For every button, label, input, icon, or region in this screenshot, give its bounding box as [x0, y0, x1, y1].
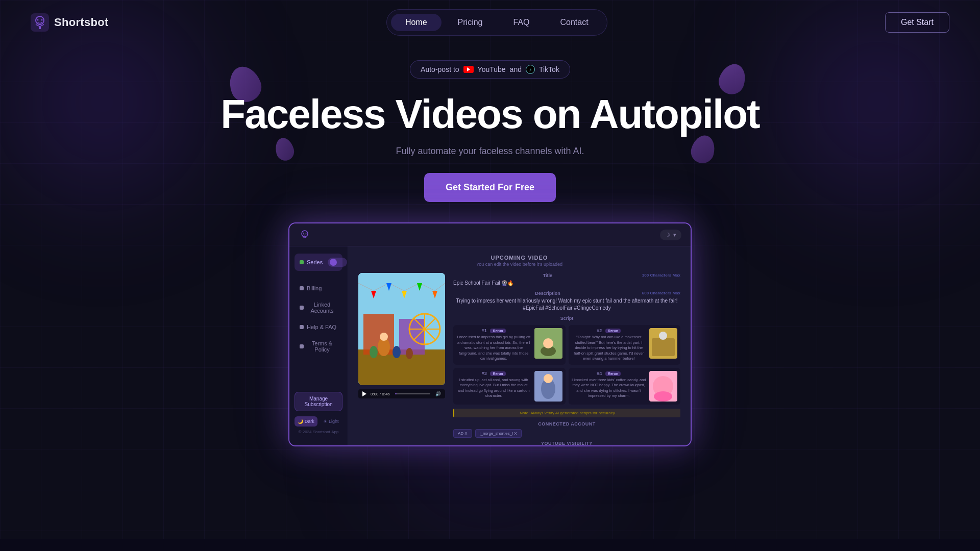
sidebar-footer: Manage Subscription 🌙 Dark ☀ Light © 202…: [295, 388, 342, 438]
app-content: Series Billing Linked Accounts: [289, 246, 691, 445]
svg-point-24: [370, 346, 378, 358]
rerun-tag-3[interactable]: Rerun: [490, 371, 505, 376]
svg-rect-31: [652, 338, 675, 356]
nav-faq[interactable]: FAQ: [499, 14, 544, 31]
badge-tk-label: TikTok: [539, 65, 559, 73]
title-field: Title 100 Characters Max Epic School Fai…: [453, 273, 680, 287]
nav-pricing[interactable]: Pricing: [444, 14, 497, 31]
toggle-on: [330, 259, 337, 266]
badge-yt-label: YouTube: [478, 65, 506, 73]
script-num-1: #1 Rerun: [456, 328, 531, 333]
account-tag-1[interactable]: AD X: [453, 429, 472, 438]
script-field: Script #1 Rerun I once tried to impress …: [453, 316, 680, 405]
series-label: Series: [307, 259, 323, 265]
account-tag-1-label: AD X: [458, 431, 468, 436]
carnival-scene: [358, 273, 445, 385]
script-card-3: #3 Rerun I strutted up, act all cool, an…: [453, 368, 566, 405]
svg-point-5: [302, 231, 308, 237]
cta-button[interactable]: Get Started For Free: [424, 173, 556, 202]
title-max: 100 Characters Max: [642, 273, 680, 278]
header: Shortsbot Home Pricing FAQ Contact Get S…: [0, 0, 980, 45]
desc-value: Trying to impress her went hilariously w…: [453, 297, 680, 312]
copyright: © 2024 Shortsbot.App: [295, 430, 342, 434]
title-label: Title 100 Characters Max: [453, 273, 680, 278]
script-num-2: #2 Rerun: [572, 328, 647, 333]
svg-point-25: [393, 346, 401, 358]
dark-label: Dark: [305, 419, 314, 424]
note-bar: Note: Always verify AI generated scripts…: [453, 409, 680, 417]
main-nav: Home Pricing FAQ Contact: [386, 9, 607, 36]
logo-text: Shortsbot: [54, 16, 109, 29]
svg-rect-4: [39, 27, 41, 29]
account-tag-2[interactable]: l_norge_shorties_l X: [475, 429, 522, 438]
nav-home[interactable]: Home: [391, 14, 442, 31]
script-card-4: #4 Rerun I knocked over three kids' cott…: [569, 368, 681, 405]
video-controls: 0:00 / 0:46 🔊: [358, 389, 445, 398]
script-body-4: I knocked over three kids' cotton candy,…: [572, 378, 647, 399]
main-columns: 0:00 / 0:46 🔊 Title 100 Charact: [358, 273, 680, 445]
app-main-content: UPCOMING VIDEO You can edit the video be…: [348, 246, 691, 445]
scripts-grid: #1 Rerun I once tried to impress this gi…: [453, 325, 680, 405]
series-dot: [300, 260, 304, 264]
nav-contact[interactable]: Contact: [546, 14, 603, 31]
svg-point-26: [406, 348, 413, 359]
script-card-1: #1 Rerun I once tried to impress this gi…: [453, 325, 566, 365]
upcoming-sublabel: You can edit the video before it's uploa…: [358, 262, 680, 267]
account-tag-2-label: l_norge_shorties_l X: [480, 431, 517, 436]
script-text-2: #2 Rerun "Tonight: Why not aim like a ma…: [572, 328, 647, 362]
script-num-4: #4 Rerun: [572, 371, 647, 376]
hero-headline: Faceless Videos on Autopilot: [0, 93, 980, 136]
volume-icon[interactable]: 🔊: [435, 391, 441, 396]
script-text-1: #1 Rerun I once tried to impress this gi…: [456, 328, 531, 362]
visibility-label: YOUTUBE VISIBILITY: [453, 441, 680, 446]
logo[interactable]: Shortsbot: [31, 13, 109, 32]
youtube-icon: [463, 66, 474, 73]
sidebar-series[interactable]: Series: [295, 254, 342, 271]
dark-mode-button[interactable]: 🌙 Dark: [295, 416, 317, 427]
desc-label: Description 600 Characters Max: [453, 291, 680, 296]
sidebar-help[interactable]: Help & FAQ: [295, 320, 342, 334]
script-img-4: [649, 371, 677, 402]
theme-toggle[interactable]: ☽ ▾: [660, 230, 681, 240]
light-mode-button[interactable]: ☀ Light: [320, 416, 342, 427]
hero-badge: Auto-post to YouTube and ♪ TikTok: [0, 60, 980, 93]
rerun-tag-2[interactable]: Rerun: [605, 329, 621, 333]
script-label: Script: [453, 316, 680, 321]
details-col: Title 100 Characters Max Epic School Fai…: [453, 273, 680, 445]
rerun-tag-4[interactable]: Rerun: [605, 371, 621, 376]
light-label: Light: [329, 419, 339, 424]
script-body-2: "Tonight: Why not aim like a makeoser st…: [572, 335, 647, 362]
app-logo-small: [299, 229, 311, 241]
desc-field: Description 600 Characters Max Trying to…: [453, 291, 680, 312]
dark-icon: 🌙: [298, 419, 303, 424]
sidebar-terms[interactable]: Terms & Policy: [295, 336, 342, 357]
app-preview: ☽ ▾ Series Billing: [288, 222, 692, 446]
desc-max: 600 Characters Max: [642, 291, 680, 295]
script-text-3: #3 Rerun I strutted up, act all cool, an…: [456, 371, 531, 402]
svg-point-35: [544, 374, 553, 383]
billing-label: Billing: [307, 285, 322, 291]
linked-label: Linked Accounts: [307, 302, 337, 314]
series-toggle[interactable]: [328, 258, 347, 267]
rerun-tag-1[interactable]: Rerun: [490, 329, 505, 333]
bottom-bar: [0, 539, 980, 551]
sidebar-billing[interactable]: Billing: [295, 281, 342, 295]
svg-point-6: [303, 233, 304, 234]
manage-subscription-button[interactable]: Manage Subscription: [295, 392, 342, 411]
toggle-off: [338, 259, 345, 266]
app-topbar: ☽ ▾: [289, 223, 691, 246]
connected-section: CONNECTED ACCOUNT AD X l_norge_shorties_…: [453, 421, 680, 438]
theme-icon: ☽: [665, 232, 670, 238]
script-text-4: #4 Rerun I knocked over three kids' cott…: [572, 371, 647, 402]
light-icon: ☀: [323, 419, 327, 424]
play-button[interactable]: [362, 391, 368, 396]
sidebar-linked[interactable]: Linked Accounts: [295, 297, 342, 318]
video-time: 0:00 / 0:46: [371, 392, 390, 396]
get-start-button[interactable]: Get Start: [885, 12, 949, 33]
hero-subheadline: Fully automate your faceless channels wi…: [0, 146, 980, 157]
help-dot: [300, 325, 304, 329]
script-card-2: #2 Rerun "Tonight: Why not aim like a ma…: [569, 325, 681, 365]
hero-section: Auto-post to YouTube and ♪ TikTok Facele…: [0, 45, 980, 446]
script-body-3: I strutted up, act all cool, and swung w…: [456, 378, 531, 399]
video-thumbnail: [358, 273, 445, 385]
